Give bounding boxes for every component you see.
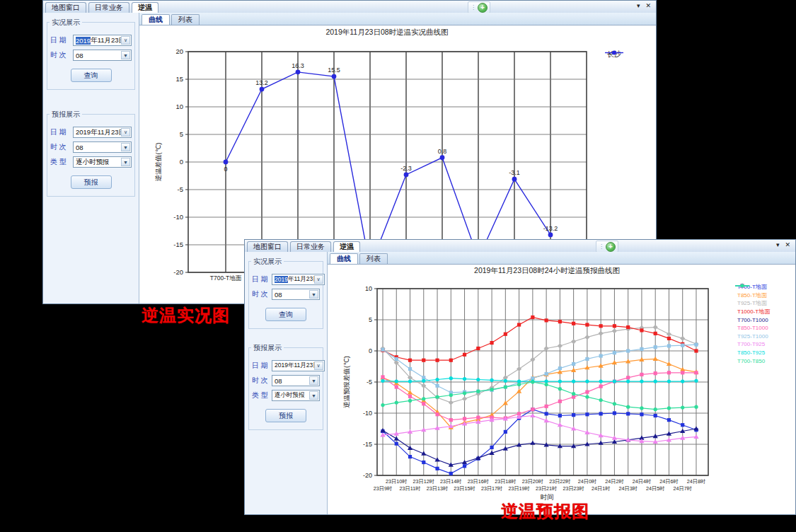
control-panel: 实况展示 日 期 2019 年11月23日 ▲▼ ∨ 时 次 08 ▼ <box>245 252 328 514</box>
svg-text:23日21时: 23日21时 <box>536 485 557 492</box>
content-tab-strip: 曲线 列表 <box>328 252 795 265</box>
tab-curve[interactable]: 曲线 <box>330 253 358 264</box>
tab-daily-work[interactable]: 日常业务 <box>88 2 129 13</box>
legend-label: T700-T850 <box>737 358 765 364</box>
group-title: 实况展示 <box>251 257 284 267</box>
svg-text:23日19时: 23日19时 <box>508 485 529 492</box>
add-icon: + <box>478 3 488 13</box>
date-dropdown-icon[interactable]: ∨ <box>314 275 323 284</box>
tab-curve[interactable]: 曲线 <box>142 14 170 25</box>
svg-text:-3.1: -3.1 <box>509 169 520 176</box>
forecast-chart-area: -20-15-10-5051023日9时23日10时23日11时23日12时23… <box>328 265 795 514</box>
date-dropdown-icon[interactable]: ∨ <box>121 128 130 137</box>
type-value: 逐小时预报 <box>275 391 305 400</box>
forecast-button[interactable]: 预报 <box>265 409 306 422</box>
svg-text:5: 5 <box>369 316 372 323</box>
forecast-time-select[interactable]: 08 ▼ <box>73 141 132 153</box>
caption-live-chart: 逆温实况图 <box>142 304 230 327</box>
legend-item: T1000-T地面 <box>735 308 770 316</box>
caption-forecast-chart: 逆温预报图 <box>501 500 589 523</box>
window-buttons: ▾ ✕ <box>637 2 651 10</box>
tab-list[interactable]: 列表 <box>359 253 388 264</box>
tab-daily-work[interactable]: 日常业务 <box>290 241 331 252</box>
svg-text:24日5时: 24日5时 <box>646 485 664 492</box>
forecast-type-select[interactable]: 逐小时预报 ▼ <box>73 156 132 168</box>
tab-strip: 地图窗口 日常业务 逆温 ⋮ + ▾ ✕ <box>43 1 656 13</box>
live-date-input[interactable]: 2019 年11月23日 ▲▼ ∨ <box>272 274 325 285</box>
date-text: 年11月23日 <box>91 36 125 45</box>
tab-list[interactable]: 列表 <box>171 14 200 25</box>
svg-text:23日9时: 23日9时 <box>374 485 392 492</box>
svg-text:16.3: 16.3 <box>292 62 304 69</box>
svg-text:24日6时: 24日6时 <box>659 478 678 485</box>
time-value: 08 <box>275 377 282 385</box>
svg-text:23日13时: 23日13时 <box>427 485 448 492</box>
live-chart-legend: 长沙 <box>605 50 621 59</box>
query-button[interactable]: 查询 <box>71 69 112 82</box>
tab-map-window[interactable]: 地图窗口 <box>247 241 288 252</box>
forecast-date-input[interactable]: 2019年11月23日 ▲▼ ∨ <box>272 360 325 371</box>
chart-panel: 曲线 列表 -20-15-10-5051023日9时23日10时23日11时23… <box>328 252 795 514</box>
add-icon: + <box>606 242 616 252</box>
legend-item: T850-T地面 <box>735 291 770 300</box>
forecast-button[interactable]: 预报 <box>71 175 112 189</box>
time-dropdown-icon[interactable]: ▼ <box>309 376 318 385</box>
date-label: 日 期 <box>50 127 73 137</box>
forecast-type-select[interactable]: 逐小时预报 ▼ <box>272 390 320 401</box>
svg-text:24日4时: 24日4时 <box>633 478 651 485</box>
group-title: 实况展示 <box>50 18 82 28</box>
live-time-select[interactable]: 08 ▼ <box>73 50 132 61</box>
time-dropdown-icon[interactable]: ▼ <box>121 143 130 151</box>
minimize-icon[interactable]: ▾ <box>776 241 780 249</box>
svg-text:-20: -20 <box>363 472 372 479</box>
date-selected-text: 2019 <box>76 37 91 45</box>
svg-text:2019年11月23日08时24小时逆温预报曲线图: 2019年11月23日08时24小时逆温预报曲线图 <box>474 266 620 274</box>
date-dropdown-icon[interactable]: ∨ <box>121 36 130 45</box>
svg-text:逆温预报差值(℃): 逆温预报差值(℃) <box>342 356 350 408</box>
date-label: 日 期 <box>252 361 272 371</box>
legend-item: T925-T1000 <box>735 332 770 341</box>
add-panel-button[interactable]: ⋮ + <box>596 241 618 253</box>
time-label: 时 次 <box>252 376 272 386</box>
svg-text:23日14时: 23日14时 <box>440 478 461 485</box>
forecast-inversion-chart: -20-15-10-5051023日9时23日10时23日11时23日12时23… <box>328 265 796 516</box>
content-tab-strip: 曲线 列表 <box>139 13 656 25</box>
forecast-display-group: 预报展示 日 期 2019年11月23日 ▲▼ ∨ 时 次 08 ▼ <box>248 347 323 430</box>
date-text: 2019年11月23日 <box>76 128 125 137</box>
svg-text:0: 0 <box>224 166 227 173</box>
live-date-input[interactable]: 2019 年11月23日 ▲▼ ∨ <box>73 35 132 46</box>
svg-text:24日7时: 24日7时 <box>674 485 692 492</box>
time-dropdown-icon[interactable]: ▼ <box>309 290 318 299</box>
legend-item: T850-T1000 <box>735 324 770 332</box>
type-dropdown-icon[interactable]: ▼ <box>121 158 130 166</box>
minimize-icon[interactable]: ▾ <box>637 2 640 10</box>
legend-item: T700-T925 <box>735 340 770 349</box>
date-text: 2019年11月23日 <box>275 362 319 370</box>
tab-map-window[interactable]: 地图窗口 <box>45 2 86 13</box>
date-dropdown-icon[interactable]: ∨ <box>314 362 323 370</box>
legend-item: T925-T地面 <box>735 299 770 308</box>
live-time-select[interactable]: 08 ▼ <box>272 289 320 300</box>
drag-handle-icon: ⋮ <box>471 5 476 11</box>
group-title: 预报展示 <box>50 110 82 120</box>
svg-text:逆温差值(℃): 逆温差值(℃) <box>154 143 162 182</box>
time-label: 时 次 <box>252 289 272 299</box>
type-dropdown-icon[interactable]: ▼ <box>309 391 318 400</box>
tab-inversion[interactable]: 逆温 <box>333 241 360 252</box>
date-selected-text: 2019 <box>275 276 288 283</box>
tab-inversion[interactable]: 逆温 <box>132 2 158 13</box>
close-icon[interactable]: ✕ <box>785 241 790 249</box>
add-panel-button[interactable]: ⋮ + <box>468 1 490 13</box>
legend-label: T850-T1000 <box>737 325 768 331</box>
svg-text:-15: -15 <box>363 441 372 448</box>
query-button[interactable]: 查询 <box>265 308 306 321</box>
time-dropdown-icon[interactable]: ▼ <box>121 51 130 59</box>
svg-text:5: 5 <box>180 130 183 138</box>
time-label: 时 次 <box>50 142 73 152</box>
window-buttons: ▾ ✕ <box>776 241 790 249</box>
close-icon[interactable]: ✕ <box>645 2 651 10</box>
legend-label: T850-T地面 <box>737 291 767 299</box>
forecast-time-select[interactable]: 08 ▼ <box>272 375 320 386</box>
forecast-date-input[interactable]: 2019年11月23日 ▲▼ ∨ <box>73 127 132 138</box>
svg-text:20: 20 <box>175 47 183 55</box>
